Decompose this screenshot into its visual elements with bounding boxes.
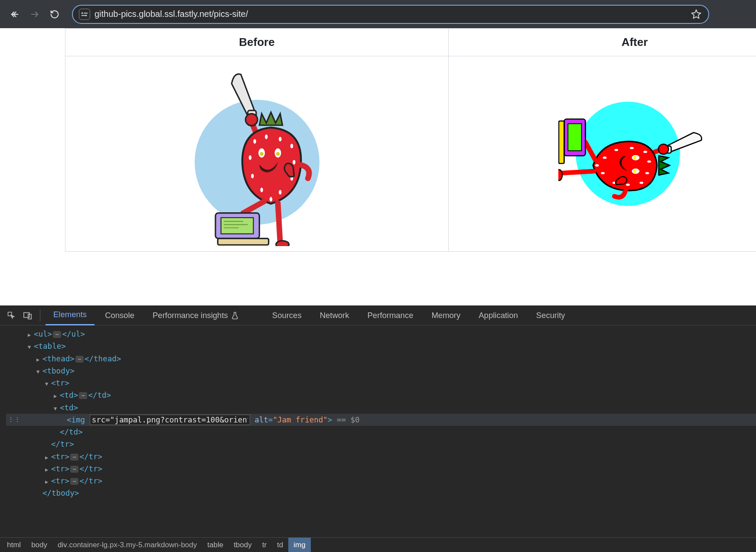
svg-point-17 <box>251 174 254 179</box>
tree-node-tr2[interactable]: ▶<tr>⋯</tr> <box>6 451 756 463</box>
tab-security[interactable]: Security <box>528 305 573 325</box>
tree-node-thead[interactable]: ▶<thead>⋯</thead> <box>6 353 756 365</box>
after-image-cell <box>449 56 756 252</box>
svg-point-25 <box>276 152 280 156</box>
tree-node-tr4[interactable]: ▶<tr>⋯</tr> <box>6 475 756 487</box>
svg-point-27 <box>276 241 289 246</box>
svg-point-39 <box>645 172 649 174</box>
svg-rect-4 <box>84 13 88 13</box>
tab-application[interactable]: Application <box>471 305 526 325</box>
after-header: After <box>449 29 756 56</box>
tree-node-td-collapsed[interactable]: ▶<td>⋯</td> <box>6 389 756 401</box>
reload-button[interactable] <box>48 7 62 21</box>
device-toggle-icon[interactable] <box>21 308 35 322</box>
crumb-td[interactable]: td <box>272 538 288 552</box>
svg-rect-59 <box>28 314 31 319</box>
svg-point-23 <box>260 152 264 156</box>
back-button[interactable] <box>8 7 22 21</box>
crumb-img[interactable]: img <box>288 538 310 552</box>
tab-performance[interactable]: Performance <box>360 305 421 325</box>
svg-point-49 <box>633 156 636 159</box>
address-bar[interactable]: github-pics.global.ssl.fastly.net/pics-s… <box>72 5 709 24</box>
tree-node-tr-close[interactable]: </tr> <box>6 438 756 450</box>
tree-node-td-close[interactable]: </td> <box>6 426 756 438</box>
svg-point-40 <box>639 182 643 184</box>
svg-rect-29 <box>221 218 253 234</box>
svg-point-46 <box>601 172 605 174</box>
before-header: Before <box>65 29 449 56</box>
crumb-tbody[interactable]: tbody <box>228 538 257 552</box>
crumb-div[interactable]: div.container-lg.px-3.my-5.markdown-body <box>52 538 202 552</box>
svg-point-15 <box>248 155 251 160</box>
svg-point-14 <box>290 144 293 149</box>
svg-point-16 <box>293 160 295 165</box>
svg-point-47 <box>595 164 599 166</box>
comparison-table: Before After <box>65 28 756 252</box>
browser-toolbar: github-pics.global.ssl.fastly.net/pics-s… <box>0 0 756 28</box>
svg-point-36 <box>658 144 668 154</box>
tab-network[interactable]: Network <box>312 305 357 325</box>
breadcrumbs: html body div.container-lg.px-3.my-5.mar… <box>0 537 756 552</box>
svg-point-20 <box>279 190 281 195</box>
strawberry-after-image <box>558 77 713 231</box>
tree-node-td-open[interactable]: ▼<td> <box>6 402 756 414</box>
svg-point-53 <box>558 170 562 181</box>
svg-point-21 <box>269 197 272 201</box>
svg-point-10 <box>245 114 257 126</box>
page-content: Before After <box>0 28 756 305</box>
svg-point-12 <box>265 134 267 139</box>
separator <box>40 309 40 321</box>
svg-point-41 <box>630 147 634 149</box>
url-text[interactable]: github-pics.global.ssl.fastly.net/pics-s… <box>94 9 686 19</box>
tree-node-tr3[interactable]: ▶<tr>⋯</tr> <box>6 463 756 475</box>
devtools-toolbar: Elements Console Performance insights So… <box>0 305 756 325</box>
inspect-icon[interactable] <box>4 308 18 322</box>
img-src-edit-input[interactable] <box>90 415 250 425</box>
svg-rect-33 <box>218 238 268 245</box>
svg-point-5 <box>85 14 87 16</box>
svg-point-45 <box>603 156 607 159</box>
svg-point-11 <box>253 139 256 144</box>
crumb-tr[interactable]: tr <box>257 538 272 552</box>
tree-node-ul[interactable]: ▶<ul>⋯</ul> <box>6 328 756 340</box>
svg-point-38 <box>647 160 651 162</box>
elements-tree[interactable]: ▶<ul>⋯</ul> ▼<table> ▶<thead>⋯</thead> ▼… <box>0 325 756 537</box>
svg-point-42 <box>626 184 630 186</box>
forward-button[interactable] <box>28 7 42 21</box>
site-settings-icon[interactable] <box>79 9 90 20</box>
tab-console[interactable]: Console <box>97 305 142 325</box>
tab-elements[interactable]: Elements <box>46 305 94 325</box>
tree-node-tr[interactable]: ▼<tr> <box>6 377 756 389</box>
tree-node-tbody-close[interactable]: </tbody> <box>6 487 756 499</box>
tree-node-img-selected[interactable]: ⋮⋮ <img alt="Jam friend"> == $0 <box>6 414 756 426</box>
tree-node-table[interactable]: ▼<table> <box>6 340 756 352</box>
tab-performance-insights[interactable]: Performance insights <box>145 305 246 325</box>
flask-icon <box>231 312 238 319</box>
tab-sources[interactable]: Sources <box>264 305 310 325</box>
svg-point-37 <box>643 151 647 153</box>
tab-memory[interactable]: Memory <box>424 305 468 325</box>
svg-point-43 <box>614 149 618 151</box>
svg-point-19 <box>260 188 263 192</box>
crumb-table[interactable]: table <box>202 538 228 552</box>
crumb-html[interactable]: html <box>2 538 26 552</box>
gutter-dots-icon[interactable]: ⋮⋮ <box>8 415 21 424</box>
svg-rect-55 <box>568 123 581 150</box>
before-image-cell <box>65 56 449 252</box>
svg-rect-6 <box>81 15 85 16</box>
svg-marker-7 <box>692 10 701 18</box>
crumb-body[interactable]: body <box>26 538 52 552</box>
svg-rect-56 <box>559 121 564 163</box>
svg-point-3 <box>81 12 83 14</box>
strawberry-before-image <box>188 60 326 246</box>
svg-point-51 <box>633 170 636 173</box>
devtools: Elements Console Performance insights So… <box>0 305 756 552</box>
bookmark-star-icon[interactable] <box>690 8 702 20</box>
svg-point-13 <box>279 137 281 142</box>
tree-node-tbody[interactable]: ▼<tbody> <box>6 365 756 377</box>
